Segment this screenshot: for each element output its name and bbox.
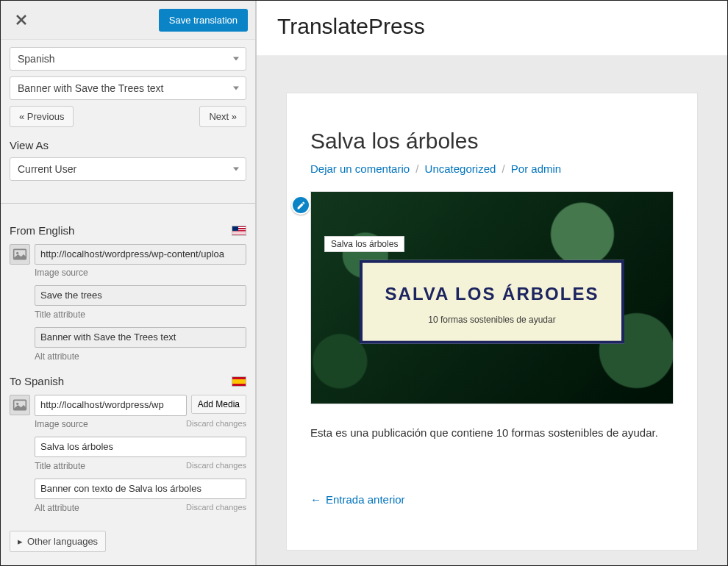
preview-pane: TranslatePress Salva los árboles Dejar u…: [257, 1, 727, 565]
view-as-select[interactable]: Current User: [10, 157, 246, 181]
author-link[interactable]: Por admin: [511, 162, 561, 175]
leave-comment-link[interactable]: Dejar un comentario: [310, 162, 410, 175]
post-card: Salva los árboles Dejar un comentario / …: [286, 93, 698, 551]
banner-subtitle: 10 formas sostenibles de ayudar: [374, 315, 610, 325]
to-language-label: To Spanish: [10, 375, 64, 387]
previous-button[interactable]: « Previous: [10, 106, 74, 127]
from-language-label: From English: [10, 224, 74, 237]
category-link[interactable]: Uncategorized: [425, 162, 496, 175]
language-select[interactable]: Spanish: [10, 47, 246, 71]
discard-changes-link[interactable]: Discard changes: [186, 461, 246, 471]
image-icon: [10, 395, 30, 415]
title-attr-label: Title attribute: [35, 309, 85, 320]
next-button[interactable]: Next »: [199, 106, 246, 127]
to-title-input[interactable]: [35, 437, 246, 457]
banner-panel: SALVA LOS ÁRBOLES 10 formas sostenibles …: [360, 260, 624, 344]
other-languages-label: Other languages: [27, 536, 98, 547]
from-title-input: [35, 285, 246, 306]
add-media-button[interactable]: Add Media: [191, 395, 246, 414]
discard-changes-link[interactable]: Discard changes: [186, 503, 246, 513]
post-nav: ←Entrada anterior: [310, 493, 674, 506]
image-icon: [10, 244, 30, 265]
post-body: Esta es una publicación que contiene 10 …: [310, 425, 674, 442]
from-image-source-input: [35, 244, 246, 265]
image-source-label: Image source: [35, 419, 88, 429]
close-button[interactable]: [8, 8, 35, 32]
previous-post-label: Entrada anterior: [326, 493, 405, 506]
alt-attr-label: Alt attribute: [35, 503, 79, 513]
title-attr-label: Title attribute: [35, 461, 85, 471]
svg-point-3: [16, 403, 18, 405]
left-arrow-icon: ←: [310, 493, 321, 506]
pencil-icon: [296, 201, 306, 210]
post-title: Salva los árboles: [310, 129, 674, 154]
alt-attr-label: Alt attribute: [35, 351, 79, 362]
view-as-label: View As: [10, 139, 246, 151]
other-languages-toggle[interactable]: ▸ Other languages: [10, 531, 106, 552]
save-translation-button[interactable]: Save translation: [159, 9, 248, 32]
sidebar-topbar: Save translation: [1, 1, 255, 40]
image-source-label: Image source: [35, 268, 88, 278]
banner-image[interactable]: Salva los árboles SALVA LOS ÁRBOLES 10 f…: [310, 191, 674, 404]
flag-us-icon: [232, 226, 246, 236]
translation-sidebar: Save translation Spanish Banner with Sav…: [1, 1, 257, 565]
to-image-source-input[interactable]: [35, 395, 187, 416]
brand-bar: TranslatePress: [257, 1, 727, 56]
chevron-right-icon: ▸: [18, 536, 23, 547]
edit-pencil-button[interactable]: [291, 196, 310, 215]
banner-tooltip: Salva los árboles: [324, 236, 404, 252]
flag-es-icon: [232, 376, 246, 387]
discard-changes-link[interactable]: Discard changes: [186, 419, 246, 429]
post-meta: Dejar un comentario / Uncategorized / Po…: [310, 162, 674, 175]
brand-title: TranslatePress: [277, 14, 707, 39]
string-select[interactable]: Banner with Save the Trees text: [10, 76, 246, 100]
from-alt-input: [35, 327, 246, 348]
to-alt-input[interactable]: [35, 479, 246, 499]
close-icon: [15, 14, 27, 26]
banner-heading: SALVA LOS ÁRBOLES: [374, 284, 610, 304]
previous-post-link[interactable]: ←Entrada anterior: [310, 493, 405, 506]
svg-point-1: [16, 252, 18, 254]
